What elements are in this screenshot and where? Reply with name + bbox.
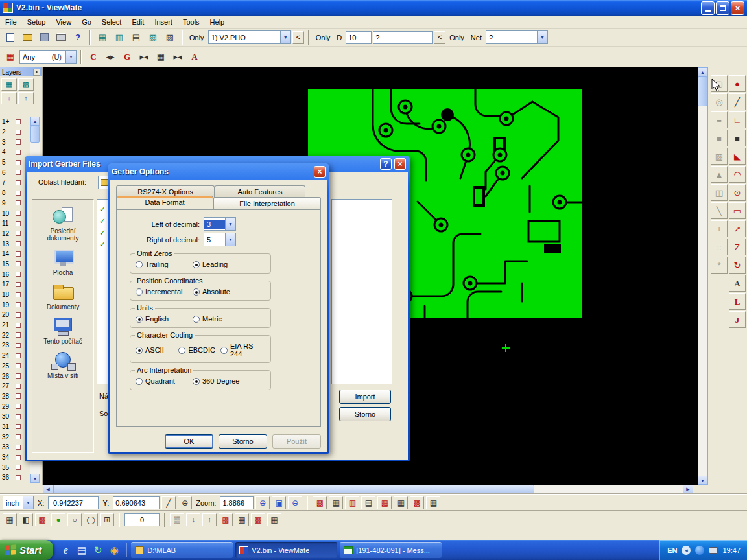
select-lasso-icon[interactable]: ○: [67, 513, 82, 526]
circle-tool-icon[interactable]: ⊙: [729, 184, 746, 201]
via-clear-icon[interactable]: ▦: [267, 513, 281, 526]
triangle-tool-icon[interactable]: ◣: [729, 148, 746, 165]
zoom-input[interactable]: [220, 496, 254, 509]
layer-swatch[interactable]: [16, 455, 21, 460]
apply-button[interactable]: Použít: [272, 434, 321, 449]
chevron-down-icon[interactable]: ▼: [225, 218, 235, 230]
aperture-list-icon[interactable]: ▥: [112, 30, 127, 45]
open-file-icon[interactable]: [19, 30, 35, 45]
layer-swatch[interactable]: [16, 414, 21, 419]
radio-option[interactable]: Quadrant: [136, 377, 193, 385]
zigzag-tool-icon[interactable]: Z: [729, 239, 746, 255]
cancel-button[interactable]: Storno: [219, 434, 267, 449]
arc-tool-icon[interactable]: ◠: [729, 166, 746, 183]
dcode-display-input[interactable]: [124, 513, 160, 526]
pad-grid-icon[interactable]: ▦: [153, 49, 169, 65]
statistics-icon[interactable]: ▧: [145, 30, 161, 45]
aperture-filter-combo[interactable]: Any (U) ▼: [19, 50, 77, 64]
layer-swatch[interactable]: [16, 191, 21, 196]
scroll-up-icon[interactable]: ▲: [698, 67, 707, 76]
menu-item[interactable]: File: [0, 17, 22, 27]
mirror-icon[interactable]: ▸◂: [136, 49, 152, 65]
dual-view-icon[interactable]: ◧: [19, 513, 33, 526]
scroll-left-icon[interactable]: ◀: [43, 485, 53, 494]
new-file-icon[interactable]: [3, 30, 18, 45]
layer-swatch[interactable]: [16, 139, 21, 145]
snap-grid-icon[interactable]: ▦: [3, 513, 17, 526]
layer-swatch[interactable]: [16, 160, 21, 165]
layer-swatch[interactable]: [16, 261, 21, 266]
checked-icon[interactable]: ✓: [99, 216, 106, 226]
pads-tool-icon[interactable]: ◎: [711, 93, 728, 110]
layer-swatch[interactable]: [16, 323, 21, 328]
layer-swatch[interactable]: [16, 150, 21, 155]
layer-swatch[interactable]: [16, 282, 21, 287]
layer-swatch[interactable]: [16, 180, 21, 185]
cancel-button[interactable]: Storno: [339, 407, 391, 421]
layer-swatch[interactable]: [16, 393, 21, 399]
hatch-tool-icon[interactable]: ▨: [711, 148, 728, 165]
save-icon[interactable]: [36, 30, 52, 45]
show-desktop-icon[interactable]: ▤: [75, 543, 89, 557]
pad-outline-icon[interactable]: ▦: [394, 496, 408, 509]
layer-colors-icon[interactable]: ▩: [18, 78, 34, 91]
layer-swatch[interactable]: [16, 475, 21, 480]
letter-a-icon[interactable]: A: [187, 49, 202, 65]
highlight-mode-icon[interactable]: ▤: [128, 30, 144, 45]
help-select-icon[interactable]: ?: [70, 30, 86, 45]
menu-item[interactable]: Edit: [126, 17, 149, 27]
layer-row[interactable]: 1+: [0, 117, 29, 127]
rotate-tool-icon[interactable]: ↻: [729, 257, 746, 274]
minimize-button[interactable]: [701, 1, 715, 15]
pad-flash-icon[interactable]: ▩: [219, 513, 233, 526]
menu-item[interactable]: Select: [97, 17, 127, 27]
flash-mode-icon[interactable]: ▩: [313, 496, 327, 509]
tab-auto-features[interactable]: Auto Features: [215, 185, 305, 198]
layer-swatch[interactable]: [16, 130, 21, 135]
macro-view-icon[interactable]: ▨: [162, 30, 178, 45]
tab-data-format[interactable]: Data Format: [116, 196, 213, 209]
layer-table-icon[interactable]: ▦: [95, 30, 110, 45]
ok-button[interactable]: OK: [165, 434, 213, 449]
settings-tool-icon[interactable]: *: [711, 257, 728, 274]
net-combo[interactable]: ? ▼: [486, 30, 548, 44]
traffic-light-icon[interactable]: ●: [51, 513, 65, 526]
radio-option[interactable]: English: [136, 315, 193, 323]
trace-fill-icon[interactable]: ▩: [410, 496, 424, 509]
trace-outline-icon[interactable]: ▦: [426, 496, 440, 509]
ie-icon[interactable]: e: [58, 543, 73, 557]
units-combo[interactable]: inch ▼: [3, 496, 34, 509]
frame-tool-icon[interactable]: ▭: [729, 202, 746, 219]
radio-option[interactable]: Metric: [193, 315, 222, 323]
radio-option[interactable]: Trailing: [136, 261, 193, 268]
place-network[interactable]: Místa v síti: [34, 351, 92, 379]
layer-swatch[interactable]: [16, 445, 21, 450]
layer-swatch[interactable]: [16, 384, 21, 389]
import-button[interactable]: Import: [339, 390, 391, 404]
select-circle-icon[interactable]: ◯: [84, 513, 98, 526]
right-of-decimal-combo[interactable]: 5 ▼: [204, 233, 236, 246]
close-layers-icon[interactable]: ×: [33, 69, 40, 76]
checked-icon[interactable]: ✓: [99, 240, 106, 249]
via-flash-icon[interactable]: ▩: [251, 513, 265, 526]
chevron-down-icon[interactable]: ▼: [65, 51, 76, 63]
scrollbar-thumb[interactable]: [698, 76, 707, 106]
scrollbar-thumb[interactable]: [53, 485, 534, 494]
layer-swatch[interactable]: [16, 119, 21, 124]
place-my-computer[interactable]: Tento počítač: [34, 316, 92, 345]
flip-horizontal-icon[interactable]: ◂▸: [102, 49, 118, 65]
pad-clear-icon[interactable]: ▦: [235, 513, 249, 526]
layer-row[interactable]: 3: [0, 137, 29, 147]
close-dialog-button[interactable]: ×: [394, 158, 406, 170]
layer-swatch[interactable]: [16, 353, 21, 358]
browser-icon[interactable]: ◉: [107, 543, 121, 557]
letter-c-icon[interactable]: C: [86, 49, 101, 65]
zoom-out-icon[interactable]: ⊖: [288, 496, 302, 509]
radio-option[interactable]: EBCDIC: [178, 346, 215, 354]
scrollbar-thumb[interactable]: [30, 126, 40, 143]
dcode-input[interactable]: [346, 31, 372, 44]
radio-option[interactable]: Incremental: [136, 288, 193, 296]
measure-tool-icon[interactable]: +: [711, 220, 728, 237]
layer-swatch[interactable]: [16, 170, 21, 175]
place-recent-documents[interactable]: Poslední dokumenty: [34, 206, 92, 242]
